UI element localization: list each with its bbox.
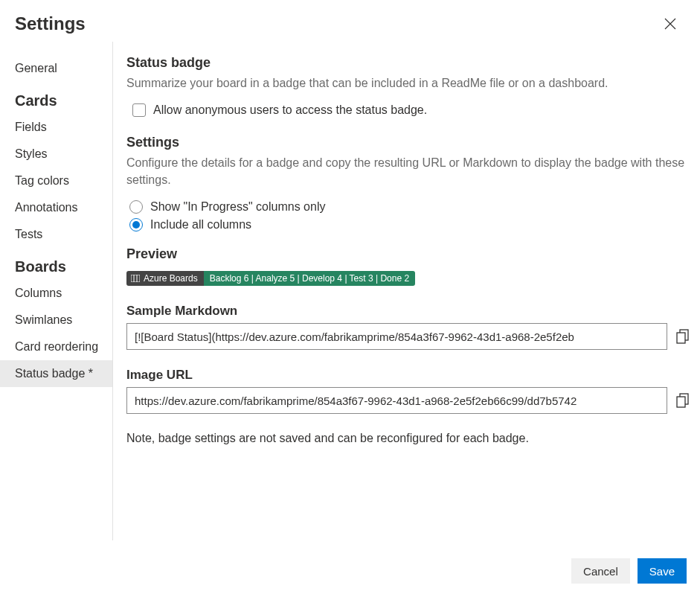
- note-text: Note, badge settings are not saved and c…: [126, 432, 690, 445]
- boards-icon: [131, 275, 140, 282]
- page-description: Summarize your board in a badge that can…: [126, 75, 690, 92]
- sidebar-item-styles[interactable]: Styles: [15, 141, 112, 167]
- sidebar: General Cards Fields Styles Tag colors A…: [0, 42, 113, 540]
- sidebar-item-status-badge[interactable]: Status badge *: [0, 360, 112, 387]
- settings-description: Configure the details for a badge and co…: [126, 155, 690, 188]
- sidebar-item-tests[interactable]: Tests: [15, 221, 112, 248]
- in-progress-only-radio[interactable]: [129, 200, 143, 214]
- svg-rect-0: [131, 275, 140, 282]
- markdown-input[interactable]: [126, 323, 667, 350]
- sidebar-item-tag-colors[interactable]: Tag colors: [15, 167, 112, 194]
- badge-right-text: Backlog 6 | Analyze 5 | Develop 4 | Test…: [204, 271, 415, 286]
- save-button[interactable]: Save: [638, 558, 687, 584]
- sidebar-item-label: Status badge *: [15, 367, 93, 380]
- copy-imageurl-button[interactable]: [676, 393, 690, 408]
- markdown-label: Sample Markdown: [126, 304, 690, 319]
- dialog-title: Settings: [15, 13, 86, 34]
- close-icon[interactable]: [664, 18, 676, 30]
- sidebar-group-cards: Cards: [15, 82, 112, 114]
- badge-left-text: Azure Boards: [144, 271, 198, 286]
- svg-rect-4: [677, 333, 685, 343]
- settings-subtitle: Settings: [126, 135, 690, 150]
- anonymous-access-label: Allow anonymous users to access the stat…: [153, 103, 427, 117]
- preview-title: Preview: [126, 246, 690, 262]
- copy-markdown-button[interactable]: [676, 329, 690, 344]
- badge-left: Azure Boards: [126, 271, 204, 286]
- svg-rect-6: [677, 397, 685, 407]
- sidebar-group-boards: Boards: [15, 248, 112, 280]
- sidebar-item-general[interactable]: General: [15, 55, 112, 82]
- badge-preview: Azure Boards Backlog 6 | Analyze 5 | Dev…: [126, 271, 415, 286]
- imageurl-input[interactable]: [126, 387, 667, 414]
- cancel-button[interactable]: Cancel: [571, 558, 630, 584]
- sidebar-item-swimlanes[interactable]: Swimlanes: [15, 307, 112, 333]
- sidebar-item-card-reordering[interactable]: Card reordering: [15, 333, 112, 360]
- main-panel: Status badge Summarize your board in a b…: [113, 42, 700, 540]
- page-title: Status badge: [126, 55, 690, 71]
- in-progress-only-label: Show "In Progress" columns only: [150, 200, 325, 214]
- sidebar-item-columns[interactable]: Columns: [15, 280, 112, 307]
- anonymous-access-checkbox[interactable]: [132, 103, 146, 117]
- include-all-columns-radio[interactable]: [129, 218, 143, 231]
- imageurl-label: Image URL: [126, 368, 690, 383]
- include-all-columns-label: Include all columns: [150, 218, 251, 231]
- sidebar-item-annotations[interactable]: Annotations: [15, 194, 112, 221]
- sidebar-item-fields[interactable]: Fields: [15, 114, 112, 141]
